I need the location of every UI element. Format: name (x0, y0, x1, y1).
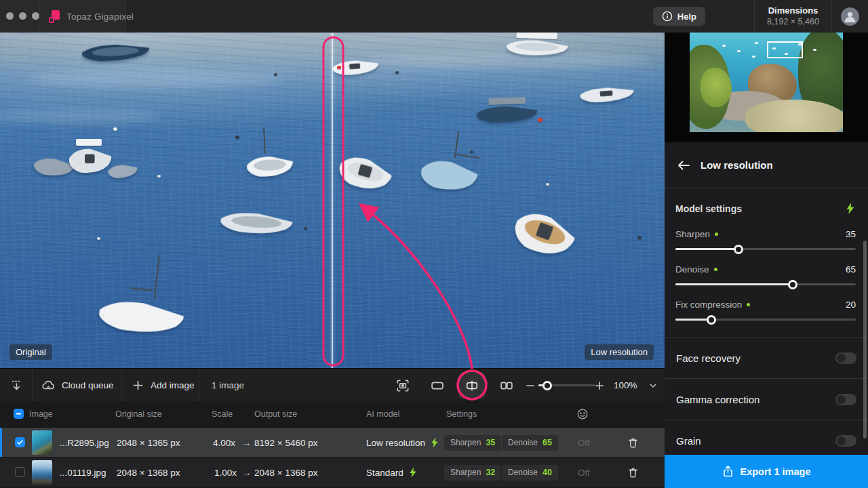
sidebar-scrollbar[interactable] (863, 241, 867, 439)
face-recovery-row: Face recovery (665, 338, 868, 378)
file-ai-model[interactable]: Low resolution (366, 428, 439, 458)
slider-knob[interactable] (707, 315, 716, 325)
boat (106, 161, 139, 182)
delete-file-button[interactable] (627, 428, 639, 458)
split-view-icon (465, 378, 479, 393)
file-name: ...R2895.jpg (60, 428, 109, 458)
compare-split-divider[interactable] (332, 33, 333, 368)
window-zoom-button[interactable] (32, 12, 39, 20)
grain-toggle[interactable] (835, 435, 856, 447)
lightning-icon (430, 437, 439, 448)
face-recovery-label: Face recovery (676, 352, 741, 364)
fix-compression-slider[interactable] (675, 319, 856, 321)
cloud-icon (41, 378, 56, 392)
add-image-button[interactable]: Add image (132, 369, 195, 402)
boat-mast (263, 127, 266, 153)
divider (121, 369, 121, 402)
dry-grass (745, 100, 843, 132)
boat (245, 152, 295, 182)
lemon-tree (701, 68, 732, 107)
navigator-thumbnail[interactable] (665, 33, 868, 142)
slider-knob[interactable] (734, 245, 743, 254)
buoy (304, 227, 307, 230)
image-canvas[interactable]: Original Low resolution (0, 33, 665, 368)
export-label: Export 1 image (741, 466, 811, 477)
bottom-toolbar: Cloud queue Add image 1 image (0, 368, 665, 401)
side-by-side-view-button[interactable] (493, 372, 520, 399)
row-checkbox-unchecked[interactable] (15, 467, 25, 477)
file-ai-model[interactable]: Standard (366, 458, 418, 487)
focus-view-icon (395, 378, 410, 393)
export-icon (722, 465, 734, 478)
window-minimize-button[interactable] (19, 12, 26, 20)
dimensions-value: 8,192 × 5,460 (755, 16, 831, 28)
check-icon (16, 439, 24, 446)
file-row[interactable]: ...01119.jpg 2048 × 1368 px 1.00x → 2048… (0, 457, 665, 487)
column-ai-model: AI model (366, 401, 399, 427)
fix-compression-label: Fix compression (675, 300, 742, 310)
trash-icon (627, 436, 639, 449)
sharpen-label: Sharpen (675, 229, 710, 239)
grain-label: Grain (676, 435, 701, 447)
import-button[interactable] (9, 369, 24, 402)
denoise-slider[interactable] (675, 283, 856, 285)
import-icon (9, 378, 24, 392)
back-arrow-icon (676, 159, 691, 172)
zoom-level-dropdown[interactable]: 100% (614, 369, 659, 402)
denoise-badge: Denoise65 (502, 428, 558, 458)
dimensions-readout: Dimensions 8,192 × 5,460 (755, 5, 831, 28)
help-button[interactable]: Help (653, 7, 705, 26)
select-all-checkbox[interactable] (14, 409, 24, 419)
minus-icon (525, 380, 536, 391)
smiley-icon[interactable] (576, 401, 589, 427)
model-settings-section: Model settings Sharpen 35 Denoise 65 (665, 188, 868, 321)
lightning-icon (408, 467, 418, 478)
boat (218, 207, 296, 240)
file-row-selected[interactable]: ...R2895.jpg 2048 × 1365 px 4.00x → 8192… (0, 427, 665, 457)
navigator-viewport-rect[interactable] (767, 41, 803, 58)
file-thumbnail (32, 460, 52, 485)
window-controls[interactable] (6, 12, 39, 20)
lightning-icon (845, 202, 856, 215)
face-recovery-toggle[interactable] (835, 352, 856, 364)
preview-view-badge: Low resolution (585, 344, 654, 360)
scale-arrow: → (242, 458, 252, 487)
single-view-button[interactable] (424, 372, 451, 399)
help-label: Help (677, 12, 696, 22)
file-name: ...01119.jpg (60, 458, 106, 487)
export-button[interactable]: Export 1 image (665, 455, 868, 488)
delete-file-button[interactable] (627, 458, 639, 487)
zoom-out-button[interactable] (525, 369, 536, 402)
focus-view-button[interactable] (389, 372, 416, 399)
zoom-in-button[interactable] (594, 369, 605, 402)
back-button[interactable] (676, 159, 691, 172)
table-header: Image Original size Scale Output size AI… (0, 401, 665, 427)
zoom-slider[interactable] (538, 384, 595, 386)
dimensions-label: Dimensions (755, 5, 831, 17)
indeterminate-icon (15, 410, 22, 418)
column-output-size: Output size (254, 401, 297, 427)
buoy (274, 73, 277, 76)
account-avatar[interactable] (841, 7, 859, 26)
zoom-slider-knob[interactable] (542, 381, 552, 390)
gamma-correction-toggle[interactable] (835, 394, 856, 405)
split-view-button[interactable] (458, 372, 486, 399)
row-checkbox-checked[interactable] (15, 437, 25, 447)
add-image-label: Add image (151, 380, 195, 390)
cloud-queue-button[interactable]: Cloud queue (41, 369, 114, 402)
file-scale[interactable]: 1.00x (214, 458, 237, 487)
modified-dot (715, 232, 718, 236)
sharpen-slider[interactable] (675, 248, 856, 250)
fix-compression-slider-group: Fix compression 20 (675, 300, 856, 321)
divider (754, 0, 755, 33)
window-close-button[interactable] (6, 12, 14, 20)
modified-dot (714, 268, 717, 271)
plus-icon (594, 380, 605, 391)
settings-sidebar: Low resolution Model settings Sharpen 35 (665, 33, 868, 488)
slider-knob[interactable] (788, 280, 797, 289)
boat (505, 201, 583, 270)
boat (505, 37, 570, 59)
file-original-size: 2048 × 1368 px (117, 458, 180, 487)
boat (333, 148, 397, 201)
file-scale[interactable]: 4.00x (213, 428, 235, 458)
